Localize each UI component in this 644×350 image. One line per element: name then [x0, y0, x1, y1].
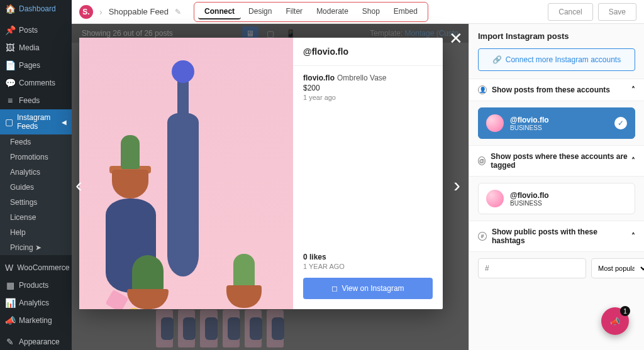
sidebar-item-posts[interactable]: 📌Posts — [0, 21, 72, 39]
save-button[interactable]: Save — [598, 3, 636, 21]
chevron-up-icon: ˄ — [631, 232, 635, 241]
sidebar-item-woocommerce[interactable]: WWooCommerce — [0, 259, 72, 276]
account-type: BUSINESS — [510, 124, 549, 131]
sidebar-item-marketing[interactable]: 📣Marketing — [0, 312, 72, 329]
post-info: @flovio.flo flovio.floOmbrello Vase $200… — [293, 38, 443, 309]
hash-circle-icon: # — [478, 232, 487, 241]
sidebar-label: Instagram Feeds — [17, 113, 58, 131]
brand-logo[interactable]: S. — [79, 5, 93, 19]
feeds-icon: ≡ — [5, 96, 15, 106]
sidebar-label: Posts — [19, 26, 38, 35]
post-preview-modal: @flovio.flo flovio.floOmbrello Vase $200… — [79, 38, 443, 309]
import-title: Import Instagram posts — [469, 24, 644, 48]
sidebar-item-pages[interactable]: 📄Pages — [0, 57, 72, 74]
sidebar-item-appearance[interactable]: ✎Appearance — [0, 333, 72, 350]
section-tagged-accounts[interactable]: @Show posts where these accounts are tag… — [469, 145, 644, 177]
section-show-accounts[interactable]: 👤Show posts from these accounts˄ — [469, 79, 644, 101]
link-icon: 🔗 — [492, 55, 502, 64]
instagram-icon: ▢ — [5, 117, 13, 127]
sidebar-sub-promotions[interactable]: Promotions — [0, 150, 72, 165]
tag-circle-icon: @ — [478, 156, 486, 165]
view-on-instagram-button[interactable]: ◻View on Instagram — [303, 278, 433, 299]
megaphone-icon: 📣 — [610, 317, 620, 326]
sidebar-label: Feeds — [19, 96, 40, 105]
prev-post-button[interactable]: ‹ — [75, 173, 82, 197]
sidebar-label: WooCommerce — [17, 263, 69, 272]
pin-icon: 📌 — [5, 25, 15, 35]
tab-moderate[interactable]: Moderate — [310, 4, 355, 19]
post-image — [79, 38, 293, 309]
analytics-icon: 📊 — [5, 298, 15, 308]
sidebar-label: Appearance — [19, 337, 60, 346]
notification-badge: 1 — [620, 306, 630, 316]
sidebar-label: Pages — [19, 61, 40, 70]
sidebar-item-products[interactable]: ▦Products — [0, 276, 72, 294]
account-type: BUSINESS — [510, 200, 549, 207]
sidebar-item-dashboard[interactable]: 🏠Dashboard — [0, 0, 72, 18]
check-icon: ✓ — [614, 117, 627, 129]
sidebar-sub-feeds[interactable]: Feeds — [0, 134, 72, 150]
sidebar-label: Media — [19, 43, 40, 52]
account-card-selected[interactable]: @flovio.floBUSINESS ✓ — [478, 107, 635, 139]
import-panel: Import Instagram posts 🔗Connect more Ins… — [469, 24, 644, 350]
sidebar-label: Analytics — [19, 298, 49, 307]
sidebar-sub-pricing[interactable]: Pricing ➤ — [0, 240, 72, 255]
avatar — [486, 114, 504, 132]
comment-icon: 💬 — [5, 78, 15, 88]
sidebar-item-instagram-feeds[interactable]: ▢Instagram Feeds◀ — [0, 109, 72, 134]
sidebar-item-media[interactable]: 🖼Media — [0, 39, 72, 57]
sidebar-item-feeds[interactable]: ≡Feeds — [0, 92, 72, 109]
tab-connect[interactable]: Connect — [198, 4, 241, 19]
hashtag-sort-select[interactable]: Most popular — [591, 258, 644, 278]
cancel-button[interactable]: Cancel — [548, 3, 592, 21]
media-icon: 🖼 — [5, 43, 15, 53]
sidebar-label: Dashboard — [19, 4, 56, 13]
tab-design[interactable]: Design — [242, 4, 278, 19]
post-caption: Ombrello Vase — [337, 74, 386, 82]
wp-admin-sidebar: 🏠Dashboard 📌Posts 🖼Media 📄Pages 💬Comment… — [0, 0, 72, 350]
account-handle: @flovio.flo — [510, 191, 549, 200]
post-likes: 0 likes — [303, 253, 433, 261]
tab-embed[interactable]: Embed — [387, 4, 424, 19]
chevron-left-icon: ◀ — [62, 119, 67, 126]
sidebar-sub-guides[interactable]: Guides — [0, 180, 72, 195]
post-age: 1 year ago — [303, 94, 433, 101]
instagram-icon: ◻ — [331, 284, 338, 293]
sidebar-sub-license[interactable]: License — [0, 210, 72, 225]
user-circle-icon: 👤 — [478, 85, 487, 94]
post-username: flovio.flo — [303, 74, 335, 82]
account-handle: @flovio.flo — [510, 116, 549, 124]
tab-shop[interactable]: Shop — [356, 4, 386, 19]
sidebar-item-comments[interactable]: 💬Comments — [0, 74, 72, 92]
help-fab[interactable]: 📣 1 — [601, 307, 629, 335]
dashboard-icon: 🏠 — [5, 4, 15, 14]
edit-name-icon[interactable]: ✎ — [175, 8, 181, 16]
sidebar-label: Marketing — [19, 316, 52, 325]
sidebar-item-analytics[interactable]: 📊Analytics — [0, 294, 72, 312]
close-modal-button[interactable]: ✕ — [449, 29, 463, 48]
account-card[interactable]: @flovio.floBUSINESS — [478, 183, 635, 214]
hashtag-input[interactable] — [478, 258, 586, 278]
post-handle: @flovio.flo — [293, 38, 443, 66]
brush-icon: ✎ — [5, 337, 15, 347]
sidebar-sub-help[interactable]: Help — [0, 225, 72, 240]
tab-filter[interactable]: Filter — [279, 4, 309, 19]
feed-tabs: Connect Design Filter Moderate Shop Embe… — [194, 2, 428, 22]
next-post-button[interactable]: › — [453, 173, 460, 197]
feed-editor-topbar: S. › Shoppable Feed ✎ Connect Design Fil… — [72, 0, 644, 24]
chevron-up-icon: ˄ — [631, 85, 635, 94]
marketing-icon: 📣 — [5, 315, 15, 325]
sidebar-sub-analytics[interactable]: Analytics — [0, 165, 72, 180]
woo-icon: W — [5, 263, 13, 273]
post-price: $200 — [303, 84, 433, 92]
post-age-caps: 1 YEAR AGO — [303, 263, 433, 270]
connect-accounts-button[interactable]: 🔗Connect more Instagram accounts — [478, 48, 635, 71]
sidebar-sub-settings[interactable]: Settings — [0, 195, 72, 210]
sidebar-label: Comments — [19, 79, 55, 87]
section-hashtags[interactable]: #Show public posts with these hashtags˄ — [469, 221, 644, 252]
chevron-up-icon: ˄ — [631, 156, 635, 165]
avatar — [486, 190, 504, 207]
arrow-right-icon: ➤ — [35, 243, 42, 252]
feed-name: Shoppable Feed — [109, 7, 169, 16]
chevron-right-icon: › — [99, 7, 103, 17]
